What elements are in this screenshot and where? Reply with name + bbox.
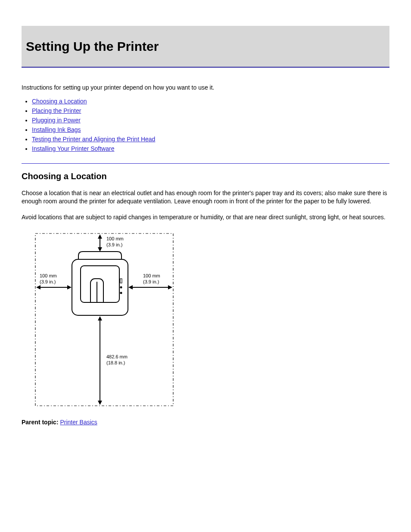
topic-list: Choosing a Location Placing the Printer … (32, 98, 389, 152)
svg-point-6 (120, 292, 122, 294)
banner-underline (22, 67, 389, 68)
svg-point-5 (120, 286, 122, 288)
link-parent-topic[interactable]: Printer Basics (60, 419, 97, 426)
svg-marker-12 (67, 285, 72, 289)
link-installing-software[interactable]: Installing Your Printer Software (32, 145, 114, 152)
list-item: Plugging in Power (32, 117, 389, 124)
svg-marker-8 (98, 234, 102, 239)
dim-front-in: (18.8 in.) (106, 360, 125, 365)
section-paragraph: Choose a location that is near an electr… (22, 189, 389, 205)
list-item: Testing the Printer and Aligning the Pri… (32, 136, 389, 143)
page-title-banner: Setting Up the Printer (22, 26, 389, 67)
list-item: Installing Ink Bags (32, 126, 389, 133)
link-plugging-power[interactable]: Plugging in Power (32, 117, 81, 124)
parent-topic: Parent topic: Printer Basics (22, 419, 389, 426)
svg-rect-2 (81, 266, 119, 302)
svg-marker-11 (36, 285, 40, 289)
section-paragraph: Avoid locations that are subject to rapi… (22, 213, 389, 221)
list-item: Placing the Printer (32, 107, 389, 114)
link-testing-aligning[interactable]: Testing the Printer and Aligning the Pri… (32, 136, 155, 143)
section-divider (22, 163, 389, 164)
list-item: Installing Your Printer Software (32, 145, 389, 152)
list-item: Choosing a Location (32, 98, 389, 105)
svg-marker-9 (98, 247, 102, 252)
link-placing-printer[interactable]: Placing the Printer (32, 107, 81, 114)
page-title: Setting Up the Printer (26, 39, 159, 54)
svg-marker-18 (98, 401, 102, 405)
dim-top-in: (3.9 in.) (106, 242, 122, 247)
dim-top-mm: 100 mm (106, 236, 124, 241)
parent-topic-label: Parent topic: (22, 419, 59, 426)
dim-left-in: (3.9 in.) (40, 279, 56, 284)
svg-rect-4 (120, 279, 122, 283)
section-heading: Choosing a Location (22, 171, 389, 181)
dim-right-mm: 100 mm (143, 273, 160, 278)
dim-right-in: (3.9 in.) (143, 279, 159, 284)
svg-marker-17 (98, 316, 102, 320)
dim-left-mm: 100 mm (40, 273, 57, 278)
clearance-diagram: 100 mm (3.9 in.) 100 mm (3.9 in.) 100 (31, 229, 177, 410)
dim-front-mm: 482.6 mm (106, 354, 128, 359)
intro-text: Instructions for setting up your printer… (22, 84, 389, 91)
svg-marker-15 (168, 285, 172, 289)
link-choosing-location[interactable]: Choosing a Location (32, 98, 87, 105)
svg-marker-14 (128, 285, 133, 289)
link-installing-ink[interactable]: Installing Ink Bags (32, 126, 81, 133)
